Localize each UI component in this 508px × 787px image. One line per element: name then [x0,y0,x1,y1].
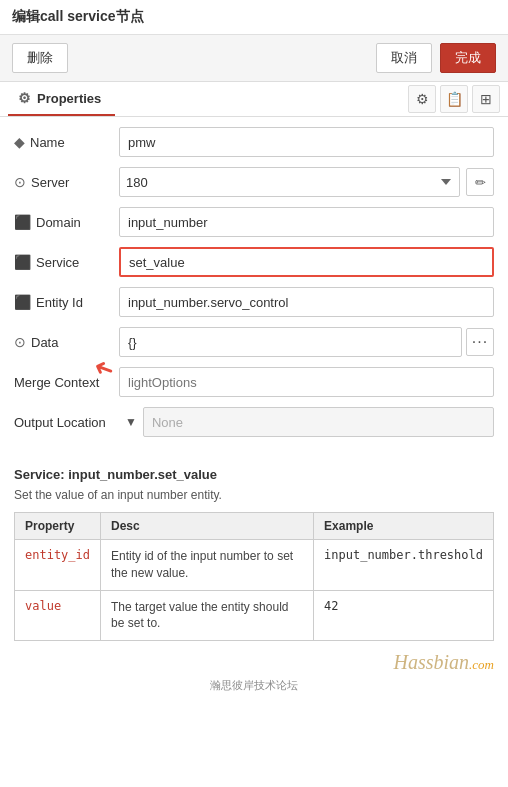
watermark-subtitle: 瀚思彼岸技术论坛 [0,678,508,699]
server-select[interactable]: 180 [119,167,460,197]
table-cell-property-1: entity_id [15,540,101,591]
cancel-button[interactable]: 取消 [376,43,432,73]
watermark-area: Hassbian.com [0,647,508,678]
tab-icon-settings[interactable]: ⚙ [408,85,436,113]
domain-icon: ⬛ [14,214,31,230]
page-title: 编辑call service节点 [12,8,144,24]
output-arrow-icon: ▼ [119,411,143,433]
table-header-desc: Desc [101,513,314,540]
service-input[interactable] [119,247,494,277]
name-row: ◆ Name [14,127,494,157]
delete-button[interactable]: 删除 [12,43,68,73]
name-label: ◆ Name [14,134,119,150]
entity-id-label: ⬛ Entity Id [14,294,119,310]
table-row: entity_id Entity id of the input number … [15,540,494,591]
data-label: ⊙ Data [14,334,119,350]
data-input-group: ··· [119,327,494,357]
server-icon: ⊙ [14,174,26,190]
data-row: ⊙ Data ··· ➜ [14,327,494,357]
entity-id-input[interactable] [119,287,494,317]
table-cell-example-2: 42 [314,590,494,641]
service-input-wrapper [119,247,494,277]
data-icon: ⊙ [14,334,26,350]
server-row: ⊙ Server 180 ✏ [14,167,494,197]
server-label: ⊙ Server [14,174,119,190]
toolbar: 删除 取消 完成 [0,35,508,82]
output-location-input[interactable] [143,407,494,437]
tab-row: ⚙ Properties ⚙ 📋 ⊞ [0,82,508,117]
tab-icon-layout[interactable]: ⊞ [472,85,500,113]
table-cell-example-1: input_number.threshold [314,540,494,591]
table-header-example: Example [314,513,494,540]
output-location-label: Output Location [14,415,119,430]
gear-icon: ⚙ [18,90,31,106]
table-cell-desc-1: Entity id of the input number to set the… [101,540,314,591]
output-location-wrapper: ▼ [119,407,494,437]
server-edit-button[interactable]: ✏ [466,168,494,196]
table-header-property: Property [15,513,101,540]
service-info-description: Set the value of an input number entity. [14,488,494,502]
entity-id-icon: ⬛ [14,294,31,310]
table-cell-desc-2: The target value the entity should be se… [101,590,314,641]
merge-context-row: Merge Context [14,367,494,397]
service-info-title: Service: input_number.set_value [14,467,494,482]
entity-id-row: ⬛ Entity Id [14,287,494,317]
merge-context-input[interactable] [119,367,494,397]
service-row: ⬛ Service [14,247,494,277]
tab-properties-label: Properties [37,91,101,106]
output-location-row: Output Location ▼ [14,407,494,437]
domain-label: ⬛ Domain [14,214,119,230]
domain-row: ⬛ Domain [14,207,494,237]
title-bar: 编辑call service节点 [0,0,508,35]
domain-input[interactable] [119,207,494,237]
data-input[interactable] [119,327,462,357]
form-content: ◆ Name ⊙ Server 180 ✏ ⬛ Domain ⬛ Service [0,117,508,457]
service-info-section: Service: input_number.set_value Set the … [0,457,508,647]
table-cell-property-2: value [15,590,101,641]
table-row: value The target value the entity should… [15,590,494,641]
toolbar-right: 取消 完成 [376,43,496,73]
data-more-button[interactable]: ··· [466,328,494,356]
service-label: ⬛ Service [14,254,119,270]
name-icon: ◆ [14,134,25,150]
name-input[interactable] [119,127,494,157]
server-input-group: 180 ✏ [119,167,494,197]
tab-icon-doc[interactable]: 📋 [440,85,468,113]
toolbar-left: 删除 [12,43,68,73]
watermark-text: Hassbian.com [394,653,495,673]
service-table: Property Desc Example entity_id Entity i… [14,512,494,641]
done-button[interactable]: 完成 [440,43,496,73]
service-icon: ⬛ [14,254,31,270]
merge-context-label: Merge Context [14,375,119,390]
tab-properties[interactable]: ⚙ Properties [8,82,115,116]
tab-icon-group: ⚙ 📋 ⊞ [408,85,500,113]
